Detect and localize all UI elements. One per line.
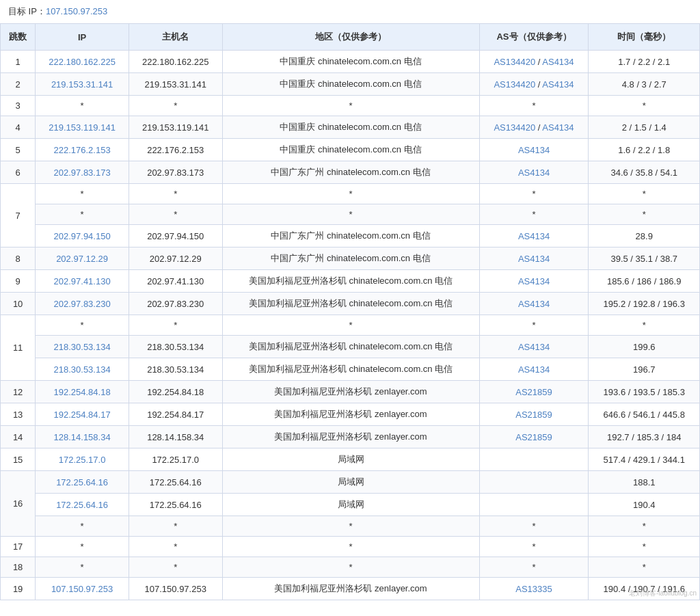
region-cell: 美国加利福尼亚州洛杉矶 zenlayer.com xyxy=(222,381,479,403)
region-cell: * xyxy=(222,315,479,336)
as-link[interactable]: AS4134 xyxy=(518,231,550,241)
target-ip-text: 目标 IP：107.150.97.253 xyxy=(8,6,107,16)
as-link[interactable]: AS4134 xyxy=(518,276,550,286)
as-link[interactable]: AS134420 xyxy=(494,79,535,90)
ip-link[interactable]: 202.97.12.29 xyxy=(56,254,108,264)
region-cell: 美国加利福尼亚州洛杉矶 zenlayer.com xyxy=(222,426,479,448)
as-cell: AS21859 xyxy=(479,381,589,403)
ip-link[interactable]: 222.180.162.225 xyxy=(49,57,116,67)
ip-cell: 202.97.83.173 xyxy=(36,161,129,184)
ip-link[interactable]: 202.97.94.150 xyxy=(54,231,111,241)
ip-link[interactable]: 107.150.97.253 xyxy=(51,584,113,594)
as-link[interactable]: AS4134 xyxy=(542,79,574,90)
ip-cell: 202.97.41.130 xyxy=(36,270,129,293)
col-ip: IP xyxy=(36,24,129,51)
hop-cell: 11 xyxy=(1,315,36,381)
ip-cell: * xyxy=(36,557,129,578)
time-cell: 188.1 xyxy=(589,471,700,494)
time-cell: 195.2 / 192.8 / 196.3 xyxy=(589,293,700,315)
as-link[interactable]: AS4134 xyxy=(518,168,550,178)
as-link[interactable]: AS4134 xyxy=(518,254,550,264)
ip-link[interactable]: 172.25.64.16 xyxy=(56,477,108,487)
as-link[interactable]: AS4134 xyxy=(518,299,550,309)
time-cell: 185.6 / 186 / 186.9 xyxy=(589,270,700,293)
as-link[interactable]: AS21859 xyxy=(515,410,552,420)
table-row: 12192.254.84.18192.254.84.18美国加利福尼亚州洛杉矶 … xyxy=(1,381,700,403)
hostname-cell: 202.97.12.29 xyxy=(129,247,222,270)
hop-cell: 8 xyxy=(1,247,36,270)
hop-cell: 9 xyxy=(1,270,36,293)
hostname-cell: 172.25.64.16 xyxy=(129,471,222,494)
table-row: 202.97.94.150202.97.94.150中国广东广州 chinate… xyxy=(1,225,700,247)
as-link[interactable]: AS4134 xyxy=(518,342,550,352)
ip-link[interactable]: 192.254.84.18 xyxy=(54,387,111,397)
hop-cell: 15 xyxy=(1,448,36,471)
ip-link[interactable]: 219.153.31.141 xyxy=(51,79,113,90)
as-link[interactable]: AS4134 xyxy=(542,122,574,133)
ip-link[interactable]: 172.25.17.0 xyxy=(59,455,106,465)
table-row: 8202.97.12.29202.97.12.29中国广东广州 chinatel… xyxy=(1,247,700,270)
ip-cell: 107.150.97.253 xyxy=(36,578,129,600)
as-link[interactable]: AS134420 xyxy=(494,122,535,133)
region-cell: 美国加利福尼亚州洛杉矶 zenlayer.com xyxy=(222,403,479,426)
as-cell: * xyxy=(479,516,589,537)
as-cell: AS21859 xyxy=(479,403,589,426)
as-link[interactable]: AS13335 xyxy=(515,584,552,594)
region-cell: 中国重庆 chinatelecom.com.cn 电信 xyxy=(222,116,479,139)
time-cell: 4.8 / 3 / 2.7 xyxy=(589,73,700,96)
hop-cell: 6 xyxy=(1,161,36,184)
ip-cell: 172.25.64.16 xyxy=(36,494,129,516)
table-row: 5222.176.2.153222.176.2.153中国重庆 chinatel… xyxy=(1,139,700,161)
hostname-cell: * xyxy=(129,516,222,537)
hostname-cell: * xyxy=(129,557,222,578)
region-cell: * xyxy=(222,537,479,557)
region-cell: 美国加利福尼亚州洛杉矶 chinatelecom.com.cn 电信 xyxy=(222,293,479,315)
ip-link[interactable]: 218.30.53.134 xyxy=(54,342,111,352)
ip-link[interactable]: 202.97.41.130 xyxy=(54,276,111,286)
region-cell: 中国重庆 chinatelecom.com.cn 电信 xyxy=(222,73,479,96)
region-cell: 局域网 xyxy=(222,448,479,471)
ip-link[interactable]: 192.254.84.17 xyxy=(54,410,111,420)
time-cell: 196.7 xyxy=(589,358,700,381)
as-cell: AS4134 xyxy=(479,247,589,270)
as-cell: * xyxy=(479,204,589,225)
table-row: ***** xyxy=(1,516,700,537)
as-cell: AS4134 xyxy=(479,293,589,315)
region-cell: 美国加利福尼亚州洛杉矶 chinatelecom.com.cn 电信 xyxy=(222,358,479,381)
as-link[interactable]: AS4134 xyxy=(518,364,550,375)
time-cell: 193.6 / 193.5 / 185.3 xyxy=(589,381,700,403)
as-link[interactable]: AS4134 xyxy=(542,57,574,67)
hostname-cell: * xyxy=(129,537,222,557)
ip-cell: * xyxy=(36,204,129,225)
as-cell xyxy=(479,494,589,516)
ip-cell: 128.14.158.34 xyxy=(36,426,129,448)
ip-link[interactable]: 218.30.53.134 xyxy=(54,364,111,375)
ip-link[interactable]: 172.25.64.16 xyxy=(56,500,108,510)
as-cell: AS4134 xyxy=(479,225,589,247)
region-cell: * xyxy=(222,557,479,578)
as-link[interactable]: AS21859 xyxy=(515,432,552,442)
ip-link[interactable]: 219.153.119.141 xyxy=(49,122,116,133)
time-cell: 517.4 / 429.1 / 344.1 xyxy=(589,448,700,471)
ip-link[interactable]: 202.97.83.230 xyxy=(54,299,111,309)
table-row: 9202.97.41.130202.97.41.130美国加利福尼亚州洛杉矶 c… xyxy=(1,270,700,293)
time-cell: 28.9 xyxy=(589,225,700,247)
hop-cell: 12 xyxy=(1,381,36,403)
hostname-cell: 128.14.158.34 xyxy=(129,426,222,448)
hop-cell: 4 xyxy=(1,116,36,139)
as-link[interactable]: AS21859 xyxy=(515,387,552,397)
ip-link[interactable]: 128.14.158.34 xyxy=(54,432,111,442)
as-link[interactable]: AS4134 xyxy=(518,145,550,155)
col-hostname: 主机名 xyxy=(129,24,222,51)
ip-link[interactable]: 222.176.2.153 xyxy=(54,145,111,155)
region-cell: 美国加利福尼亚州洛杉矶 chinatelecom.com.cn 电信 xyxy=(222,336,479,358)
time-cell: * xyxy=(589,557,700,578)
time-cell: * xyxy=(589,516,700,537)
region-cell: 中国广东广州 chinatelecom.com.cn 电信 xyxy=(222,247,479,270)
table-row: 1222.180.162.225222.180.162.225中国重庆 chin… xyxy=(1,51,700,73)
as-link[interactable]: AS134420 xyxy=(494,57,535,67)
as-cell: AS134420 / AS4134 xyxy=(479,73,589,96)
col-region: 地区（仅供参考） xyxy=(222,24,479,51)
as-cell xyxy=(479,448,589,471)
ip-link[interactable]: 202.97.83.173 xyxy=(54,168,111,178)
